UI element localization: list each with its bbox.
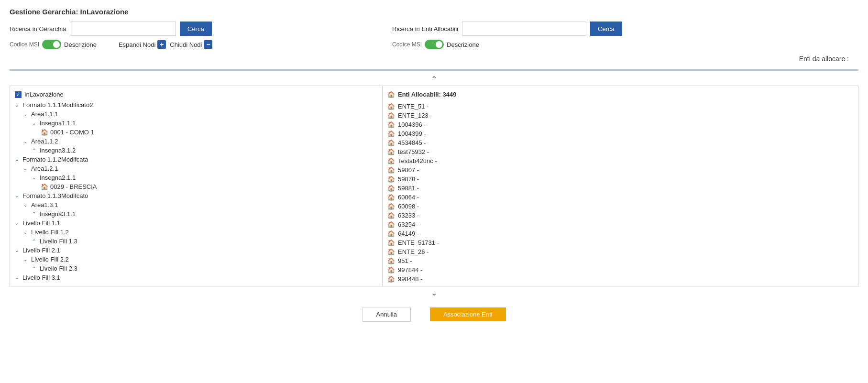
root-checkbox[interactable]: ✓ — [15, 91, 22, 98]
list-item[interactable]: 🏠Testab42unc - — [387, 156, 853, 165]
list-item[interactable]: 🏠1004399 - — [387, 129, 853, 138]
tree-node-fill11[interactable]: ⌄ Livello Fill 1.1 — [15, 219, 377, 227]
entity-label: Testab42unc - — [398, 157, 437, 164]
house-icon: 🏠 — [387, 91, 395, 98]
tree-node-insegna311[interactable]: ⌃ Insegna3.1.1 — [32, 210, 377, 218]
list-item[interactable]: 🏠997844 - — [387, 265, 853, 274]
list-item[interactable]: 🏠59807 - — [387, 165, 853, 175]
entity-list: 🏠ENTE_51 -🏠ENTE_123 -🏠1004396 -🏠1004399 … — [387, 102, 853, 284]
list-item[interactable]: 🏠ENTE_123 - — [387, 111, 853, 120]
list-item[interactable]: 🏠ENTE_26 - — [387, 247, 853, 256]
annulla-button[interactable]: Annulla — [363, 307, 411, 322]
right-toggle[interactable] — [425, 40, 444, 49]
chevron-down-icon: ⌄ — [32, 120, 38, 126]
chevron-right-icon: ⌃ — [32, 266, 38, 271]
left-toggle[interactable] — [42, 40, 61, 49]
list-item[interactable]: 🏠60064 - — [387, 193, 853, 202]
entity-label: 59878 - — [398, 175, 419, 183]
left-cerca-button[interactable]: Cerca — [180, 22, 212, 36]
right-search-input[interactable] — [462, 22, 586, 36]
tree-item: ⌃ Insegna3.1.2 — [32, 146, 377, 154]
house-icon: 🏠 — [387, 221, 395, 228]
chiudi-nodi-button[interactable]: Chiudi Nodi − — [170, 40, 212, 49]
list-item[interactable]: 🏠4534845 - — [387, 138, 853, 147]
tree-item: ⌄ Livello Fill 2.1 ⌄ Livello Fill 2.2 — [15, 246, 377, 273]
house-icon: 🏠 — [387, 175, 395, 183]
tree-node-area111[interactable]: ⌄ Area1.1.1 — [23, 110, 377, 118]
arrow-up-icon: ⌃ — [10, 75, 858, 84]
tree-node-formato112[interactable]: ⌄ Formato 1.1.2Modifcata — [15, 155, 377, 164]
list-item[interactable]: 🏠951 - — [387, 256, 853, 265]
node-label: Livello Fill 1.2 — [31, 229, 69, 236]
chevron-down-icon: ⌄ — [32, 175, 38, 180]
node-label: Formato 1.1.2Modifcata — [22, 156, 88, 163]
tree-node-fill21[interactable]: ⌄ Livello Fill 2.1 — [15, 246, 377, 254]
tree-item: ⌄ Insegna1.1.1 🏠 0001 - COMO 1 — [32, 119, 377, 136]
house-icon: 🏠 — [387, 194, 395, 201]
list-item[interactable]: 🏠63254 - — [387, 220, 853, 229]
node-label: 0029 - BRESCIA — [50, 183, 97, 190]
entity-label: 63254 - — [398, 221, 419, 228]
left-search-input[interactable] — [71, 22, 176, 36]
arrow-down-icon: ⌄ — [10, 288, 858, 297]
left-descrizione-label: Descrizione — [64, 41, 97, 48]
minus-icon: − — [204, 40, 212, 49]
enti-da-allocare-label: Enti da allocare : — [799, 55, 849, 63]
chevron-down-icon: ⌄ — [15, 193, 21, 198]
chevron-right-icon: ⌃ — [32, 148, 38, 153]
tree-node-fill23[interactable]: ⌃ Livello Fill 2.3 — [32, 264, 377, 273]
entity-label: test75932 - — [398, 148, 429, 155]
list-item[interactable]: 🏠59878 - — [387, 175, 853, 184]
house-icon: 🏠 — [387, 121, 395, 128]
plus-icon: + — [157, 40, 166, 49]
list-item[interactable]: 🏠998448 - — [387, 274, 853, 284]
tree-node-fill22[interactable]: ⌄ Livello Fill 2.2 — [23, 255, 377, 263]
tree-node-area112[interactable]: ⌄ Area1.1.2 — [23, 137, 377, 145]
house-icon: 🏠 — [387, 112, 395, 119]
tree-node-0001[interactable]: 🏠 0001 - COMO 1 — [41, 128, 377, 136]
tree-item: 🏠 0029 - BRESCIA — [41, 183, 377, 191]
house-icon: 🏠 — [387, 212, 395, 219]
entity-label: 4534845 - — [398, 139, 426, 146]
list-item[interactable]: 🏠64149 - — [387, 229, 853, 238]
list-item[interactable]: 🏠59881 - — [387, 184, 853, 193]
tree-node-formato111[interactable]: ⌄ Formato 1.1.1Modificato2 — [15, 101, 377, 109]
tree-node-insegna211[interactable]: ⌄ Insegna2.1.1 — [32, 174, 377, 182]
tree-item: 🏠 0001 - COMO 1 — [41, 128, 377, 136]
tree-node-insegna312[interactable]: ⌃ Insegna3.1.2 — [32, 146, 377, 154]
list-item[interactable]: 🏠ENTE_51731 - — [387, 238, 853, 247]
entities-panel: 🏠 Enti Allocabili: 3449 🏠ENTE_51 -🏠ENTE_… — [383, 86, 858, 286]
tree-node-fill31[interactable]: ⌄ Livello Fill 3.1 — [15, 274, 377, 282]
tree-item: ⌄ Livello Fill 2.2 ⌃ Livello Fill 2.3 — [23, 255, 377, 273]
entity-label: 997844 - — [398, 266, 422, 274]
tree-item: ⌄ Livello Fill 1.1 ⌄ Livello Fill 1.2 — [15, 219, 377, 245]
list-item[interactable]: 🏠63233 - — [387, 211, 853, 220]
entity-label: ENTE_51 - — [398, 103, 429, 110]
house-icon: 🏠 — [387, 203, 395, 210]
house-icon: 🏠 — [387, 166, 395, 174]
tree-node-insegna111[interactable]: ⌄ Insegna1.1.1 — [32, 119, 377, 127]
tree-node-fill13[interactable]: ⌃ Livello Fill 1.3 — [32, 237, 377, 245]
house-icon: 🏠 — [387, 266, 395, 274]
house-icon: 🏠 — [387, 185, 395, 192]
associazione-enti-button[interactable]: Associazione Enti — [430, 307, 506, 321]
tree-node-0029[interactable]: 🏠 0029 - BRESCIA — [41, 183, 377, 191]
right-cerca-button[interactable]: Cerca — [590, 22, 622, 36]
divider — [10, 69, 858, 71]
entity-label: 998448 - — [398, 275, 422, 283]
tree-node-formato113[interactable]: ⌄ Formato 1.1.3Modifcato — [15, 192, 377, 200]
list-item[interactable]: 🏠ENTE_51 - — [387, 102, 853, 111]
list-item[interactable]: 🏠test75932 - — [387, 147, 853, 156]
list-item[interactable]: 🏠60098 - — [387, 202, 853, 211]
left-codice-msi-label: Codice MSI — [10, 41, 39, 48]
tree-node-area131[interactable]: ⌄ Area1.3.1 — [23, 201, 377, 209]
tree-item: ⌄ Insegna2.1.1 🏠 0029 - BRESCIA — [32, 174, 377, 191]
espandi-nodi-button[interactable]: Espandi Nodi + — [119, 40, 166, 49]
node-label: Area1.3.1 — [31, 201, 58, 208]
tree-node-area121[interactable]: ⌄ Area1.2.1 — [23, 164, 377, 173]
entity-label: 60098 - — [398, 203, 419, 210]
chevron-down-icon: ⌄ — [23, 166, 29, 171]
list-item[interactable]: 🏠1004396 - — [387, 120, 853, 129]
entity-label: 1004399 - — [398, 130, 426, 137]
tree-node-fill12[interactable]: ⌄ Livello Fill 1.2 — [23, 228, 377, 236]
